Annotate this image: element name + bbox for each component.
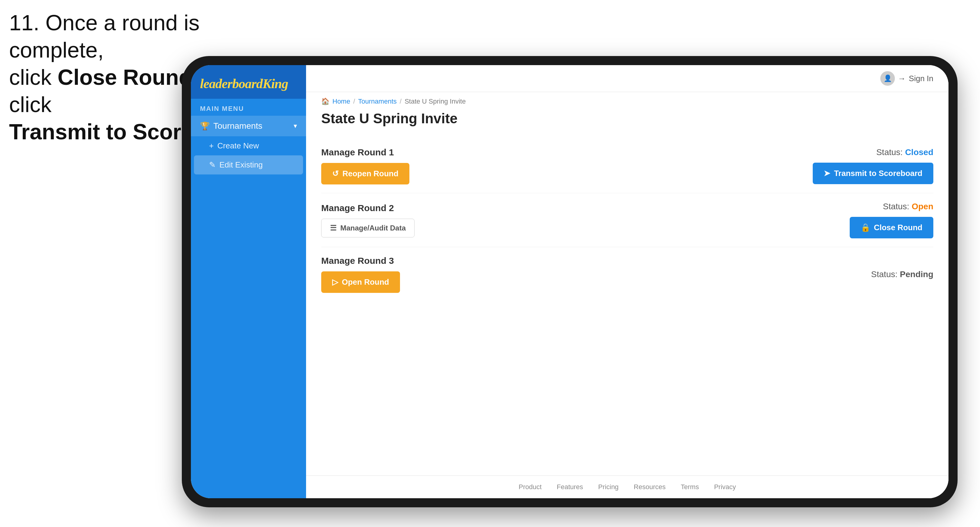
round-2-status-label: Status: [883,202,909,211]
instruction-line1: 11. Once a round is complete, [9,11,199,62]
round-2-section: Manage Round 2 ☰ Manage/Audit Data Statu… [321,193,933,247]
round-1-left: Manage Round 1 ↺ Reopen Round [321,147,409,184]
footer-link-pricing[interactable]: Pricing [598,483,619,491]
open-round-button[interactable]: ▷ Open Round [321,271,400,293]
trophy-icon: 🏆 [200,121,210,131]
sidebar-tournaments-label: Tournaments [213,121,262,131]
tablet-screen: leaderboardKing MAIN MENU 🏆 Tournaments … [191,65,948,498]
sidebar: leaderboardKing MAIN MENU 🏆 Tournaments … [191,65,306,498]
sidebar-item-tournaments[interactable]: 🏆 Tournaments ▾ [191,116,306,136]
app-container: leaderboardKing MAIN MENU 🏆 Tournaments … [191,65,948,498]
content-area: Manage Round 1 ↺ Reopen Round Status: Cl… [306,133,948,476]
round-3-title: Manage Round 3 [321,256,400,266]
round-1-title: Manage Round 1 [321,147,409,157]
sidebar-item-create-new[interactable]: + Create New [191,136,306,156]
main-menu-label: MAIN MENU [191,99,306,116]
avatar: 👤 [880,71,895,86]
logo-area: leaderboardKing [191,65,306,99]
round-2-right: Status: Open 🔒 Close Round [850,202,933,238]
edit-existing-label: Edit Existing [220,160,263,170]
app-logo: leaderboardKing [200,76,297,92]
round-2-status-value: Open [912,202,933,211]
round-1-status-label: Status: [877,148,903,157]
breadcrumb-tournaments[interactable]: Tournaments [358,97,397,105]
home-icon: 🏠 [321,97,329,105]
footer-link-privacy[interactable]: Privacy [714,483,736,491]
open-icon: ▷ [332,278,338,287]
open-round-label: Open Round [342,278,389,287]
manage-audit-button[interactable]: ☰ Manage/Audit Data [321,219,415,237]
top-nav: 👤 → Sign In [306,65,948,92]
reopen-round-button[interactable]: ↺ Reopen Round [321,163,409,184]
close-round-label: Close Round [874,223,923,232]
page-title: State U Spring Invite [321,110,933,127]
round-1-status-value: Closed [905,148,933,157]
page-footer: Product Features Pricing Resources Terms… [306,476,948,498]
footer-link-product[interactable]: Product [519,483,541,491]
audit-icon: ☰ [330,224,337,232]
reopen-icon: ↺ [332,169,339,178]
round-3-left: Manage Round 3 ▷ Open Round [321,256,400,293]
round-1-section: Manage Round 1 ↺ Reopen Round Status: Cl… [321,139,933,193]
page-header: State U Spring Invite [306,105,948,133]
create-new-label: Create New [217,141,259,151]
footer-link-resources[interactable]: Resources [634,483,665,491]
edit-icon: ✎ [209,160,216,170]
round-3-status: Status: Pending [871,270,933,279]
round-1-right: Status: Closed ➤ Transmit to Scoreboard [813,148,933,184]
round-2-title: Manage Round 2 [321,203,415,213]
transmit-scoreboard-button[interactable]: ➤ Transmit to Scoreboard [813,163,933,184]
round-2-status: Status: Open [883,202,933,211]
logo-part1: leaderboard [200,76,263,91]
footer-link-terms[interactable]: Terms [681,483,699,491]
breadcrumb-sep2: / [400,97,401,105]
round-3-status-value: Pending [900,270,933,279]
arrow-right-icon: → [898,74,906,83]
main-content: 👤 → Sign In 🏠 Home / Tournaments / State… [306,65,948,498]
transmit-scoreboard-label: Transmit to Scoreboard [834,169,923,178]
sign-in-label: Sign In [909,74,933,83]
breadcrumb-current: State U Spring Invite [404,97,466,105]
round-3-status-label: Status: [871,270,897,279]
tablet-device: leaderboardKing MAIN MENU 🏆 Tournaments … [182,56,958,507]
close-round-button[interactable]: 🔒 Close Round [850,217,933,238]
logo-part2: King [263,76,288,91]
round-3-section: Manage Round 3 ▷ Open Round Status: Pend… [321,247,933,302]
round-2-left: Manage Round 2 ☰ Manage/Audit Data [321,203,415,237]
breadcrumb-home[interactable]: Home [332,97,350,105]
lock-icon: 🔒 [861,223,870,232]
transmit-icon: ➤ [824,169,830,178]
breadcrumb-sep1: / [353,97,355,105]
instruction-bold1: Close Round [57,65,192,89]
manage-audit-label: Manage/Audit Data [340,224,406,232]
footer-link-features[interactable]: Features [557,483,583,491]
sidebar-item-edit-existing[interactable]: ✎ Edit Existing [194,156,303,175]
reopen-round-label: Reopen Round [342,169,398,178]
instruction-line2: click [9,65,57,89]
breadcrumb: 🏠 Home / Tournaments / State U Spring In… [306,92,948,105]
plus-icon: + [209,141,214,151]
chevron-icon: ▾ [294,122,297,130]
sign-in-button[interactable]: 👤 → Sign In [880,71,933,86]
round-1-status: Status: Closed [877,148,933,157]
round-3-right: Status: Pending [871,270,933,279]
